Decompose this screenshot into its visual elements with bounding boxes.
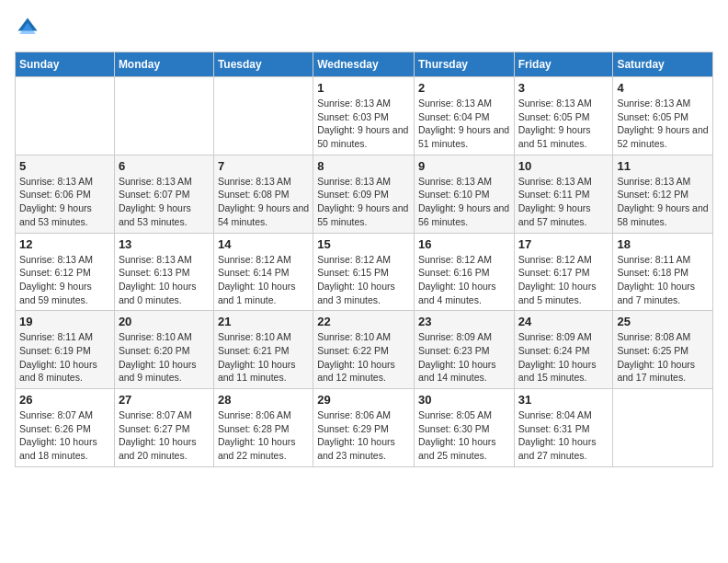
header-row: SundayMondayTuesdayWednesdayThursdayFrid… <box>16 52 713 77</box>
day-number: 18 <box>617 237 709 251</box>
day-cell: 21Sunrise: 8:10 AMSunset: 6:21 PMDayligh… <box>213 311 313 389</box>
day-cell: 3Sunrise: 8:13 AMSunset: 6:05 PMDaylight… <box>514 77 613 155</box>
day-info: Sunrise: 8:13 AMSunset: 6:07 PMDaylight:… <box>119 175 210 229</box>
header-sunday: Sunday <box>16 52 115 77</box>
page-header <box>15 15 713 40</box>
day-info: Sunrise: 8:06 AMSunset: 6:28 PMDaylight:… <box>218 408 309 463</box>
day-number: 16 <box>418 237 510 251</box>
day-cell: 30Sunrise: 8:05 AMSunset: 6:30 PMDayligh… <box>414 389 514 467</box>
day-number: 13 <box>119 237 210 251</box>
day-cell: 12Sunrise: 8:13 AMSunset: 6:12 PMDayligh… <box>16 233 115 311</box>
header-saturday: Saturday <box>613 52 713 77</box>
day-number: 10 <box>518 159 609 173</box>
day-info: Sunrise: 8:12 AMSunset: 6:15 PMDaylight:… <box>317 253 410 307</box>
day-number: 8 <box>317 159 410 173</box>
day-info: Sunrise: 8:11 AMSunset: 6:19 PMDaylight:… <box>19 330 110 385</box>
day-cell: 18Sunrise: 8:11 AMSunset: 6:18 PMDayligh… <box>613 233 713 311</box>
day-info: Sunrise: 8:13 AMSunset: 6:12 PMDaylight:… <box>19 253 110 307</box>
day-cell: 10Sunrise: 8:13 AMSunset: 6:11 PMDayligh… <box>514 155 613 233</box>
logo <box>15 15 44 40</box>
day-number: 23 <box>418 315 510 328</box>
day-cell: 14Sunrise: 8:12 AMSunset: 6:14 PMDayligh… <box>213 233 313 311</box>
header-thursday: Thursday <box>414 52 514 77</box>
day-cell: 11Sunrise: 8:13 AMSunset: 6:12 PMDayligh… <box>613 155 713 233</box>
day-number: 17 <box>518 237 609 251</box>
day-cell: 19Sunrise: 8:11 AMSunset: 6:19 PMDayligh… <box>16 311 115 389</box>
day-info: Sunrise: 8:13 AMSunset: 6:05 PMDaylight:… <box>518 97 609 151</box>
day-info: Sunrise: 8:13 AMSunset: 6:11 PMDaylight:… <box>518 175 609 229</box>
day-info: Sunrise: 8:11 AMSunset: 6:18 PMDaylight:… <box>617 253 709 307</box>
day-info: Sunrise: 8:13 AMSunset: 6:06 PMDaylight:… <box>19 175 110 229</box>
day-cell: 31Sunrise: 8:04 AMSunset: 6:31 PMDayligh… <box>514 389 613 467</box>
day-info: Sunrise: 8:12 AMSunset: 6:17 PMDaylight:… <box>518 253 609 307</box>
day-cell: 6Sunrise: 8:13 AMSunset: 6:07 PMDaylight… <box>114 155 213 233</box>
day-cell: 5Sunrise: 8:13 AMSunset: 6:06 PMDaylight… <box>16 155 115 233</box>
day-number: 20 <box>119 315 210 328</box>
week-row-5: 26Sunrise: 8:07 AMSunset: 6:26 PMDayligh… <box>16 389 713 467</box>
day-cell: 23Sunrise: 8:09 AMSunset: 6:23 PMDayligh… <box>414 311 514 389</box>
day-info: Sunrise: 8:07 AMSunset: 6:27 PMDaylight:… <box>119 408 210 463</box>
day-cell <box>16 77 115 155</box>
day-number: 1 <box>317 81 410 95</box>
day-info: Sunrise: 8:13 AMSunset: 6:10 PMDaylight:… <box>418 175 510 229</box>
day-number: 15 <box>317 237 410 251</box>
day-cell: 16Sunrise: 8:12 AMSunset: 6:16 PMDayligh… <box>414 233 514 311</box>
day-number: 6 <box>119 159 210 173</box>
day-number: 29 <box>317 393 410 407</box>
day-info: Sunrise: 8:10 AMSunset: 6:21 PMDaylight:… <box>218 330 309 385</box>
day-info: Sunrise: 8:10 AMSunset: 6:22 PMDaylight:… <box>317 330 410 385</box>
day-number: 21 <box>218 315 309 328</box>
day-cell <box>213 77 313 155</box>
day-info: Sunrise: 8:13 AMSunset: 6:09 PMDaylight:… <box>317 175 410 229</box>
day-info: Sunrise: 8:10 AMSunset: 6:20 PMDaylight:… <box>119 330 210 385</box>
day-number: 31 <box>518 393 609 407</box>
day-info: Sunrise: 8:13 AMSunset: 6:12 PMDaylight:… <box>617 175 709 229</box>
day-info: Sunrise: 8:13 AMSunset: 6:13 PMDaylight:… <box>119 253 210 307</box>
week-row-4: 19Sunrise: 8:11 AMSunset: 6:19 PMDayligh… <box>16 311 713 389</box>
header-monday: Monday <box>114 52 213 77</box>
week-row-1: 1Sunrise: 8:13 AMSunset: 6:03 PMDaylight… <box>16 77 713 155</box>
day-cell: 24Sunrise: 8:09 AMSunset: 6:24 PMDayligh… <box>514 311 613 389</box>
week-row-3: 12Sunrise: 8:13 AMSunset: 6:12 PMDayligh… <box>16 233 713 311</box>
day-info: Sunrise: 8:13 AMSunset: 6:03 PMDaylight:… <box>317 97 410 151</box>
day-info: Sunrise: 8:07 AMSunset: 6:26 PMDaylight:… <box>19 408 110 463</box>
day-number: 5 <box>19 159 110 173</box>
header-tuesday: Tuesday <box>213 52 313 77</box>
day-number: 28 <box>218 393 309 407</box>
day-number: 19 <box>19 315 110 328</box>
day-cell: 28Sunrise: 8:06 AMSunset: 6:28 PMDayligh… <box>213 389 313 467</box>
day-number: 24 <box>518 315 609 328</box>
day-number: 3 <box>518 81 609 95</box>
day-cell: 26Sunrise: 8:07 AMSunset: 6:26 PMDayligh… <box>16 389 115 467</box>
day-number: 4 <box>617 81 709 95</box>
week-row-2: 5Sunrise: 8:13 AMSunset: 6:06 PMDaylight… <box>16 155 713 233</box>
header-wednesday: Wednesday <box>313 52 415 77</box>
day-info: Sunrise: 8:04 AMSunset: 6:31 PMDaylight:… <box>518 408 609 463</box>
day-cell: 17Sunrise: 8:12 AMSunset: 6:17 PMDayligh… <box>514 233 613 311</box>
day-number: 12 <box>19 237 110 251</box>
day-cell: 29Sunrise: 8:06 AMSunset: 6:29 PMDayligh… <box>313 389 415 467</box>
day-cell <box>114 77 213 155</box>
day-number: 22 <box>317 315 410 328</box>
day-number: 11 <box>617 159 709 173</box>
day-info: Sunrise: 8:09 AMSunset: 6:23 PMDaylight:… <box>418 330 510 385</box>
day-info: Sunrise: 8:12 AMSunset: 6:16 PMDaylight:… <box>418 253 510 307</box>
calendar-table: SundayMondayTuesdayWednesdayThursdayFrid… <box>15 52 713 467</box>
day-info: Sunrise: 8:06 AMSunset: 6:29 PMDaylight:… <box>317 408 410 463</box>
day-cell: 13Sunrise: 8:13 AMSunset: 6:13 PMDayligh… <box>114 233 213 311</box>
day-cell <box>613 389 713 467</box>
day-info: Sunrise: 8:13 AMSunset: 6:08 PMDaylight:… <box>218 175 309 229</box>
day-cell: 1Sunrise: 8:13 AMSunset: 6:03 PMDaylight… <box>313 77 415 155</box>
day-number: 2 <box>418 81 510 95</box>
day-number: 14 <box>218 237 309 251</box>
logo-icon <box>15 15 40 40</box>
day-info: Sunrise: 8:08 AMSunset: 6:25 PMDaylight:… <box>617 330 709 385</box>
day-cell: 9Sunrise: 8:13 AMSunset: 6:10 PMDaylight… <box>414 155 514 233</box>
day-info: Sunrise: 8:12 AMSunset: 6:14 PMDaylight:… <box>218 253 309 307</box>
day-number: 25 <box>617 315 709 328</box>
day-number: 26 <box>19 393 110 407</box>
header-friday: Friday <box>514 52 613 77</box>
day-cell: 2Sunrise: 8:13 AMSunset: 6:04 PMDaylight… <box>414 77 514 155</box>
day-info: Sunrise: 8:05 AMSunset: 6:30 PMDaylight:… <box>418 408 510 463</box>
day-cell: 25Sunrise: 8:08 AMSunset: 6:25 PMDayligh… <box>613 311 713 389</box>
